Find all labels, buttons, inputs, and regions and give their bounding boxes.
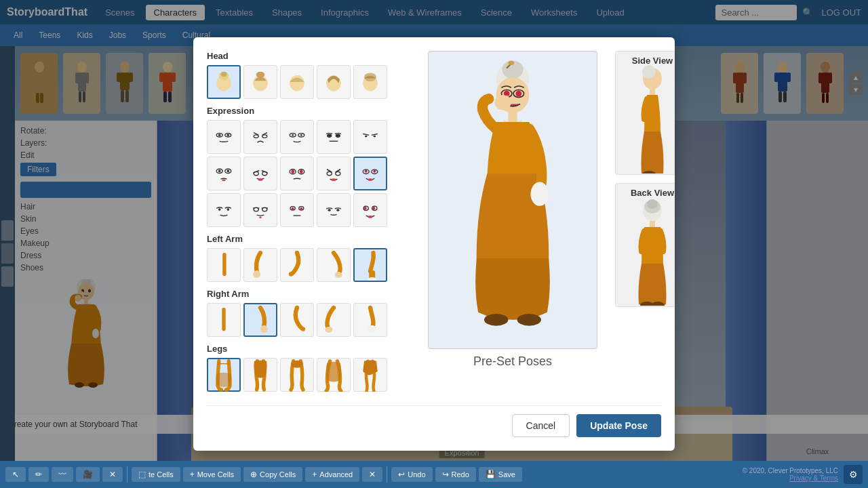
modal-overlay: Head [0,0,868,488]
undo-button[interactable]: ↩ Undo [391,467,432,482]
svg-point-105 [254,207,258,211]
x-icon: ✕ [369,470,376,479]
pencil-tool[interactable]: ✏ [28,467,49,482]
redo-icon: ↪ [442,470,449,479]
svg-rect-149 [650,88,655,95]
expr-7[interactable] [243,157,277,190]
svg-point-72 [292,134,294,136]
back-view-box: Back View [615,183,675,307]
legs-2[interactable] [243,358,277,392]
copy-cells-button[interactable]: ⊕ Copy Cells [243,467,302,482]
expr-5[interactable] [353,120,387,154]
svg-rect-141 [500,95,505,102]
preset-poses-label: Pre-Set Poses [473,354,552,369]
svg-point-88 [258,178,262,181]
svg-point-110 [292,207,294,211]
brush-icon: 〰 [58,470,66,479]
pose-editor-modal: Head [193,37,675,451]
svg-point-74 [327,134,332,138]
expression-options-grid [207,120,410,227]
legs-5[interactable] [353,358,387,392]
rarm-3[interactable] [280,303,314,337]
cursor-icon: ↖ [12,470,19,479]
update-pose-button[interactable]: Update Pose [576,414,661,437]
expr-13[interactable] [280,193,314,227]
rarm-4[interactable] [317,303,351,337]
side-view-image [622,68,675,170]
expr-8[interactable] [280,157,314,190]
left-arm-options-grid [207,248,410,282]
copyright-text: © 2020, Clever Prototypes, LLC [743,467,838,474]
select-tool[interactable]: ↖ [5,467,26,482]
svg-point-80 [374,136,376,138]
svg-point-64 [218,134,221,137]
privacy-link[interactable]: Privacy & Terms [743,474,838,482]
close-button[interactable]: ✕ [362,467,382,482]
head-option-4[interactable] [317,65,351,99]
head-option-1[interactable] [207,65,241,99]
svg-rect-120 [222,253,226,276]
back-view-title: Back View [631,188,674,198]
legs-3[interactable] [280,358,314,392]
larm-3[interactable] [280,248,314,282]
svg-point-73 [300,134,302,136]
expression-section-title: Expression [207,106,410,116]
expr-4[interactable] [317,120,351,154]
svg-point-101 [374,169,376,173]
svg-point-92 [300,170,303,174]
expr-14[interactable] [317,193,351,227]
advanced-button[interactable]: + Advanced [305,467,359,482]
brush-tool[interactable]: 〰 [52,467,73,482]
rarm-5[interactable] [353,303,387,337]
svg-point-126 [260,325,268,333]
cancel-button[interactable]: Cancel [512,414,570,437]
redo-button[interactable]: ↪ Redo [435,467,476,482]
save-icon: 💾 [486,470,496,479]
head-option-3[interactable] [280,65,314,99]
head-option-2[interactable] [243,65,277,99]
larm-2[interactable] [243,248,277,282]
svg-point-69 [262,135,267,138]
camera-tool[interactable]: 🎥 [76,467,100,482]
expr-3[interactable] [280,120,314,154]
camera-icon: 🎥 [83,470,93,479]
expr-2[interactable] [243,120,277,154]
larm-4[interactable] [317,248,351,282]
larm-1[interactable] [207,248,241,282]
legs-1[interactable] [207,358,241,392]
legs-options-grid [207,358,410,392]
svg-point-129 [291,361,303,368]
expr-6[interactable] [207,157,241,190]
views-panel: Side View [615,51,675,394]
rarm-2[interactable] [243,303,277,337]
head-option-5[interactable] [353,65,387,99]
svg-point-153 [647,199,658,209]
svg-point-84 [227,170,230,173]
svg-point-57 [256,72,265,78]
expr-10[interactable] [353,157,387,190]
svg-point-79 [365,136,368,138]
legs-4[interactable] [317,358,351,392]
svg-point-114 [336,209,340,211]
svg-point-91 [291,170,294,174]
expr-11[interactable] [207,193,241,227]
expr-9[interactable] [317,157,351,190]
svg-point-86 [254,171,258,175]
rarm-1[interactable] [207,303,241,337]
close-icon: ✕ [109,470,116,479]
expr-1[interactable] [207,120,241,154]
move-icon: + [190,470,195,479]
svg-point-118 [373,207,376,210]
larm-5[interactable] [353,248,387,282]
expr-15[interactable] [353,193,387,227]
save-button[interactable]: 💾 Save [479,467,522,482]
settings-button[interactable]: ⚙ [844,465,863,484]
move-cells-button[interactable]: + Move Cells [183,467,241,482]
svg-point-148 [642,65,656,79]
svg-point-133 [508,60,514,65]
svg-point-124 [368,277,376,281]
delete-cells-button[interactable]: ⬚ te Cells [132,467,180,482]
expr-12[interactable] [243,193,277,227]
delete-tool[interactable]: ✕ [102,467,123,482]
svg-line-77 [363,134,369,136]
